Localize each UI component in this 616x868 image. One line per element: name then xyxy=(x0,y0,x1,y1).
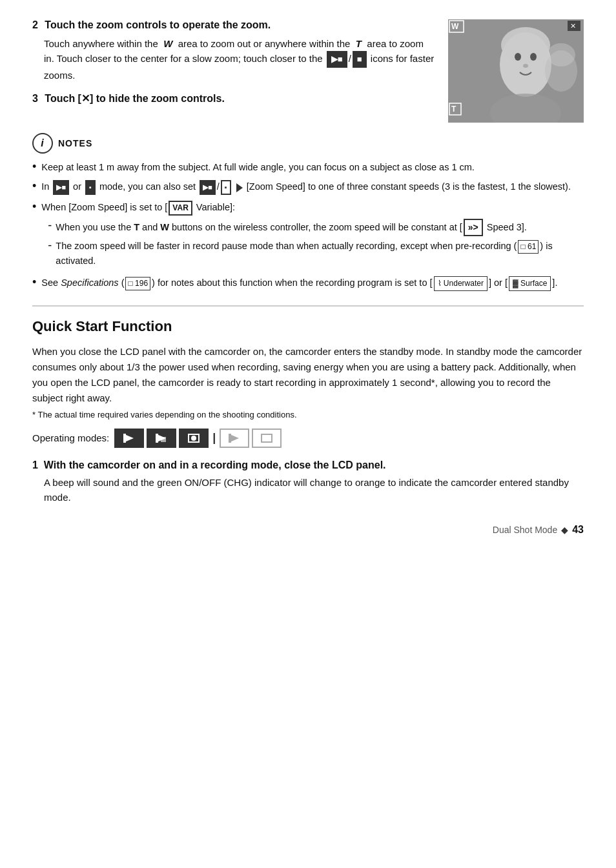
step2-title: Touch the zoom controls to operate the z… xyxy=(45,19,271,30)
quick-start-footnote: * The actual time required varies depend… xyxy=(32,410,584,419)
set-photo-icon: ▪ xyxy=(221,180,231,195)
photo-svg: W T ✕ xyxy=(448,19,584,123)
note-2-text: In ▶■ or ▪ mode, you can also set ▶■/▪ [… xyxy=(41,179,571,195)
svg-rect-25 xyxy=(262,434,272,442)
op-mode-1 xyxy=(114,429,144,448)
step3-number: 3 xyxy=(32,93,38,104)
qs-step1-header: 1 With the camcorder on and in a recordi… xyxy=(32,459,584,471)
svg-rect-17 xyxy=(123,434,126,443)
sub-note-2-text: The zoom speed will be faster in record … xyxy=(56,239,584,268)
arrow-icon xyxy=(236,183,243,192)
speed-icon: »> xyxy=(464,219,483,237)
page-ref-61: □ 61 xyxy=(518,240,539,254)
svg-point-6 xyxy=(523,64,528,68)
svg-text:T: T xyxy=(451,105,457,114)
footer-bullet: ◆ xyxy=(561,525,568,535)
underwater-icon: ⌇︎ Underwater xyxy=(434,276,488,291)
note-item-3: When [Zoom Speed] is set to [VAR Variabl… xyxy=(32,200,584,270)
op-mode-5 xyxy=(252,429,282,448)
step2-number: 2 xyxy=(32,19,38,30)
svg-marker-16 xyxy=(125,434,134,442)
t-icon: T xyxy=(353,38,365,49)
note-1-text: Keep at least 1 m away from the subject.… xyxy=(41,160,475,174)
page-number: 43 xyxy=(572,524,584,536)
step2-body: Touch anywhere within the W area to zoom… xyxy=(44,36,435,83)
qs-step1: 1 With the camcorder on and in a recordi… xyxy=(32,459,584,505)
svg-marker-23 xyxy=(230,434,239,442)
svg-point-5 xyxy=(530,53,537,61)
operating-modes-bar: Operating modes: | xyxy=(32,429,584,448)
section-divider xyxy=(32,305,584,307)
svg-rect-20 xyxy=(161,437,166,442)
camera-photo: W T ✕ xyxy=(448,19,584,123)
svg-rect-19 xyxy=(156,434,158,443)
svg-point-22 xyxy=(191,436,196,441)
op-mode-2-icon xyxy=(154,432,169,444)
sub-note-2: The zoom speed will be faster in record … xyxy=(48,239,584,268)
specifications-link[interactable]: Specifications xyxy=(61,278,118,288)
qs-step1-title: With the camcorder on and in a recording… xyxy=(44,459,386,470)
note-3-text: When [Zoom Speed] is set to [VAR Variabl… xyxy=(41,202,235,212)
page-content: 2 Touch the zoom controls to operate the… xyxy=(32,19,584,536)
svg-rect-24 xyxy=(229,434,231,443)
op-modes-label: Operating modes: xyxy=(32,432,109,443)
note-4-text: See Specifications (□ 196) for notes abo… xyxy=(41,276,557,290)
op-mode-2 xyxy=(147,429,176,448)
page-footer: Dual Shot Mode ◆ 43 xyxy=(32,524,584,536)
op-mode-1-icon xyxy=(122,432,136,444)
footer-mode-label: Dual Shot Mode xyxy=(493,525,557,535)
qs-step1-body: A beep will sound and the green ON/OFF (… xyxy=(44,475,584,505)
note-3-sublist: When you use the T and W buttons on the … xyxy=(48,219,584,268)
op-separator-1: | xyxy=(212,431,216,445)
op-mode-4 xyxy=(220,429,249,448)
note-3-container: When [Zoom Speed] is set to [VAR Variabl… xyxy=(41,200,584,270)
wt-photo-icon: ■ xyxy=(353,51,367,68)
op-mode-3-icon xyxy=(187,432,201,444)
op-mode-5-icon xyxy=(260,432,274,444)
notes-list: Keep at least 1 m away from the subject.… xyxy=(32,160,584,291)
zoom-camera-image: W T ✕ xyxy=(448,19,584,123)
sub-note-1: When you use the T and W buttons on the … xyxy=(48,219,584,237)
step2-header: 2 Touch the zoom controls to operate the… xyxy=(32,19,435,31)
svg-text:✕: ✕ xyxy=(570,22,576,30)
photo-mode-icon: ▪ xyxy=(85,180,96,195)
note-item-4: See Specifications (□ 196) for notes abo… xyxy=(32,276,584,290)
movie-mode-icon: ▶■ xyxy=(53,180,69,195)
quick-start-body: When you close the LCD panel with the ca… xyxy=(32,344,584,406)
svg-point-9 xyxy=(547,43,575,66)
step3-header: 3 Touch [✕] to hide the zoom controls. xyxy=(32,92,435,105)
wt-movie-icon: ▶■ xyxy=(327,51,347,68)
step2-text: 2 Touch the zoom controls to operate the… xyxy=(32,19,435,123)
set-movie-icon: ▶■ xyxy=(200,180,216,195)
w-icon: W xyxy=(161,38,176,49)
note-item-1: Keep at least 1 m away from the subject.… xyxy=(32,160,584,174)
svg-point-3 xyxy=(501,27,550,63)
op-mode-4-icon xyxy=(227,432,241,444)
info-icon: i xyxy=(32,133,53,154)
var-icon: VAR xyxy=(169,201,192,216)
step3-title: Touch [✕] to hide the zoom controls. xyxy=(45,93,224,104)
op-mode-3 xyxy=(179,429,209,448)
quick-start-title: Quick Start Function xyxy=(32,318,584,335)
notes-section: i NOTES Keep at least 1 m away from the … xyxy=(32,133,584,291)
notes-header: i NOTES xyxy=(32,133,584,154)
page-ref-196: □ 196 xyxy=(125,277,150,290)
quick-start-section: Quick Start Function When you close the … xyxy=(32,318,584,505)
svg-point-4 xyxy=(515,53,521,61)
surface-icon: ▓ Surface xyxy=(509,276,551,291)
qs-step1-number: 1 xyxy=(32,459,38,470)
svg-text:W: W xyxy=(451,22,459,31)
step2-section: 2 Touch the zoom controls to operate the… xyxy=(32,19,584,123)
sub-note-1-text: When you use the T and W buttons on the … xyxy=(56,219,527,237)
note-item-2: In ▶■ or ▪ mode, you can also set ▶■/▪ [… xyxy=(32,179,584,195)
notes-label: NOTES xyxy=(58,138,92,148)
